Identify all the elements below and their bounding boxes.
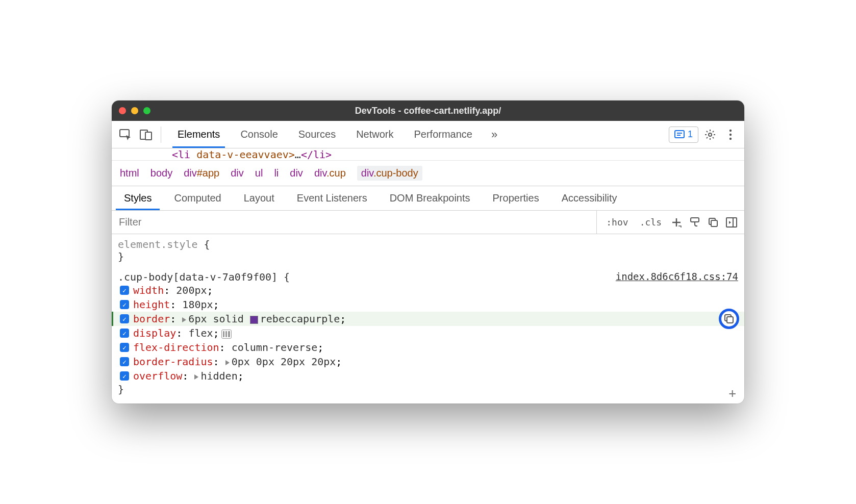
- css-property[interactable]: border-radius: [133, 356, 213, 368]
- subtab-accessibility[interactable]: Accessibility: [550, 186, 628, 210]
- css-value[interactable]: hidden: [200, 370, 237, 382]
- add-declaration-button[interactable]: +: [729, 386, 736, 400]
- settings-icon[interactable]: [701, 126, 719, 143]
- expand-shorthand-icon[interactable]: [194, 374, 198, 380]
- tab-elements[interactable]: Elements: [167, 121, 230, 148]
- styles-subtabs: Styles Computed Layout Event Listeners D…: [112, 186, 744, 211]
- paint-icon[interactable]: [687, 215, 702, 230]
- device-toggle-icon[interactable]: [137, 126, 155, 143]
- cls-toggle[interactable]: .cls: [636, 215, 666, 230]
- styles-filter-tools: :hov .cls: [596, 211, 744, 234]
- cup-body-rule: .cup-body[data-v-7a0f9f00] { index.8d6c6…: [112, 270, 744, 396]
- color-swatch[interactable]: [250, 316, 258, 324]
- svg-rect-2: [145, 132, 152, 140]
- devtools-window: DevTools - coffee-cart.netlify.app/ Elem…: [112, 100, 744, 404]
- declaration-checkbox[interactable]: ✓: [120, 286, 129, 295]
- styles-filter-bar: :hov .cls: [112, 211, 744, 234]
- issues-count: 1: [688, 129, 693, 140]
- titlebar: DevTools - coffee-cart.netlify.app/: [112, 100, 744, 121]
- svg-rect-0: [120, 130, 129, 137]
- element-style-selector: element.style {: [118, 238, 210, 250]
- css-property[interactable]: height: [133, 298, 170, 311]
- crumb-html[interactable]: html: [120, 167, 139, 179]
- styles-panel: element.style { } .cup-body[data-v-7a0f9…: [112, 234, 744, 404]
- crumb-div-cup[interactable]: div.cup: [314, 167, 346, 179]
- css-value[interactable]: 180px: [182, 298, 213, 311]
- dom-tree-fragment[interactable]: <li data-v-eeavvaev>…</li>: [112, 148, 744, 161]
- css-declaration[interactable]: ✓width: 200px;: [118, 283, 738, 297]
- css-value[interactable]: column-reverse: [232, 341, 318, 354]
- crumb-div-cup-body[interactable]: div.cup-body: [357, 166, 422, 181]
- css-property[interactable]: border: [133, 313, 170, 325]
- crumb-div2[interactable]: div: [290, 167, 303, 179]
- dom-breadcrumbs: html body div#app div ul li div div.cup …: [112, 161, 744, 186]
- tab-console[interactable]: Console: [230, 121, 288, 148]
- styles-filter-input[interactable]: [112, 211, 596, 234]
- subtab-event-listeners[interactable]: Event Listeners: [286, 186, 379, 210]
- toggle-sidebar-icon[interactable]: [724, 215, 739, 230]
- svg-point-6: [709, 133, 712, 136]
- tab-performance[interactable]: Performance: [404, 121, 483, 148]
- declaration-checkbox[interactable]: ✓: [120, 343, 129, 352]
- crumb-div-app[interactable]: div#app: [184, 167, 219, 179]
- copy-styles-icon[interactable]: [706, 215, 721, 230]
- css-property[interactable]: width: [133, 284, 164, 296]
- declaration-checkbox[interactable]: ✓: [120, 329, 129, 338]
- svg-rect-3: [675, 131, 684, 138]
- declaration-checkbox[interactable]: ✓: [120, 371, 129, 381]
- css-value[interactable]: 6px solid: [188, 313, 249, 325]
- subtab-properties[interactable]: Properties: [482, 186, 550, 210]
- css-declaration[interactable]: ✓border: 6px solid rebeccapurple;: [112, 312, 744, 326]
- main-toolbar: Elements Console Sources Network Perform…: [112, 121, 744, 148]
- crumb-ul[interactable]: ul: [255, 167, 263, 179]
- subtab-styles[interactable]: Styles: [113, 186, 163, 210]
- expand-shorthand-icon[interactable]: [182, 317, 186, 322]
- css-declaration[interactable]: ✓border-radius: 0px 0px 20px 20px;: [118, 355, 738, 369]
- svg-point-8: [729, 133, 732, 135]
- svg-rect-14: [711, 220, 717, 226]
- declaration-checkbox[interactable]: ✓: [120, 300, 129, 309]
- issues-badge[interactable]: 1: [669, 127, 698, 143]
- main-tabs: Elements Console Sources Network Perform…: [167, 121, 483, 148]
- subtab-layout[interactable]: Layout: [233, 186, 286, 210]
- css-property[interactable]: flex-direction: [133, 341, 219, 354]
- subtab-dom-breakpoints[interactable]: DOM Breakpoints: [379, 186, 482, 210]
- flexbox-editor-icon[interactable]: [221, 330, 232, 339]
- css-value[interactable]: 200px: [176, 284, 207, 296]
- expand-shorthand-icon[interactable]: [225, 360, 230, 365]
- css-declaration[interactable]: ✓display: flex;: [118, 326, 738, 340]
- declaration-checkbox[interactable]: ✓: [120, 314, 129, 323]
- svg-rect-12: [691, 218, 699, 222]
- window-title: DevTools - coffee-cart.netlify.app/: [112, 106, 744, 116]
- more-tabs-button[interactable]: »: [486, 126, 503, 143]
- tab-network[interactable]: Network: [346, 121, 404, 148]
- new-style-rule-icon[interactable]: [669, 215, 684, 230]
- kebab-menu-icon[interactable]: [722, 126, 739, 143]
- svg-point-7: [729, 129, 732, 131]
- inspect-icon[interactable]: [117, 126, 134, 143]
- css-declaration[interactable]: ✓overflow: hidden;: [118, 369, 738, 383]
- color-name[interactable]: rebeccapurple: [260, 313, 340, 325]
- rule-selector[interactable]: .cup-body[data-v-7a0f9f00] {: [118, 271, 290, 283]
- element-style-rule[interactable]: element.style { }: [112, 237, 744, 264]
- divider: [161, 127, 161, 143]
- svg-rect-15: [726, 218, 737, 227]
- subtab-computed[interactable]: Computed: [163, 186, 232, 210]
- css-value[interactable]: flex: [188, 327, 213, 339]
- crumb-body[interactable]: body: [150, 167, 172, 179]
- css-property[interactable]: overflow: [133, 370, 182, 382]
- css-value[interactable]: 0px 0px 20px 20px: [232, 356, 336, 368]
- svg-point-9: [729, 137, 732, 139]
- crumb-div[interactable]: div: [231, 167, 244, 179]
- tab-sources[interactable]: Sources: [288, 121, 346, 148]
- css-declaration[interactable]: ✓height: 180px;: [118, 297, 738, 312]
- declaration-checkbox[interactable]: ✓: [120, 357, 129, 366]
- css-property[interactable]: display: [133, 327, 176, 339]
- svg-rect-18: [727, 317, 733, 323]
- css-declaration[interactable]: ✓flex-direction: column-reverse;: [118, 340, 738, 355]
- source-link[interactable]: index.8d6c6f18.css:74: [616, 271, 738, 283]
- hov-toggle[interactable]: :hov: [602, 215, 632, 230]
- crumb-li[interactable]: li: [274, 167, 279, 179]
- rule-close: }: [118, 383, 124, 395]
